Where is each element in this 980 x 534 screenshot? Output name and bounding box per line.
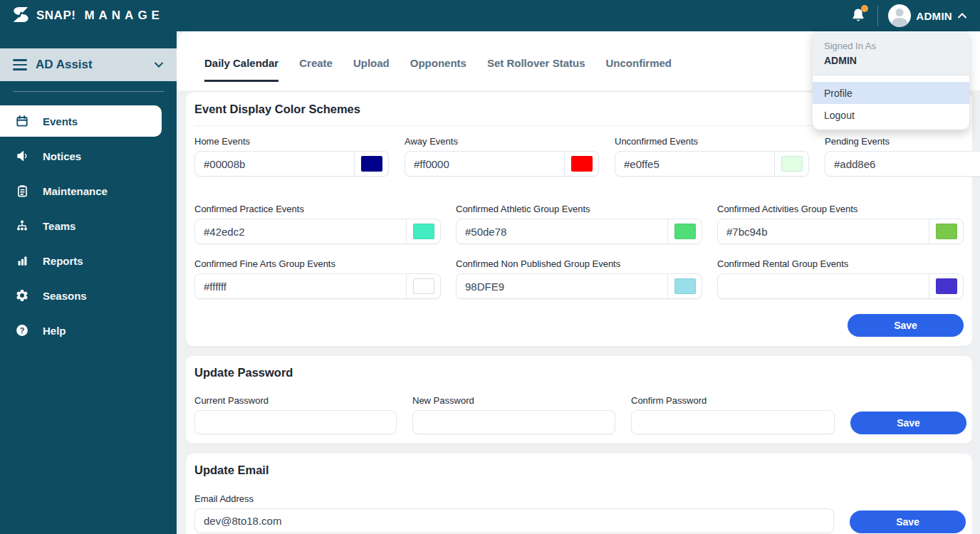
- color-swatch-zone[interactable]: [667, 219, 702, 244]
- confirm-password-field: Confirm Password: [631, 395, 835, 434]
- field-label: Home Events: [194, 136, 389, 147]
- password-save-button[interactable]: Save: [850, 412, 966, 434]
- confirmed-practice-color-input[interactable]: [195, 219, 406, 244]
- color-swatch: [936, 224, 957, 239]
- tab-set-rollover-status[interactable]: Set Rollover Status: [487, 57, 585, 80]
- sidebar-item-label: Help: [43, 325, 66, 337]
- color-swatch-zone[interactable]: [564, 152, 598, 176]
- sidebar-item-label: Events: [43, 115, 78, 127]
- sidebar-item-notices[interactable]: Notices: [0, 140, 177, 172]
- color-swatch-zone[interactable]: [406, 274, 440, 298]
- away-events-color-input[interactable]: [405, 152, 564, 176]
- field-label: Confirm Password: [631, 395, 835, 406]
- color-swatch: [571, 156, 593, 172]
- color-swatch-zone[interactable]: [929, 219, 963, 244]
- color-swatch: [781, 156, 803, 172]
- color-swatch: [936, 278, 957, 294]
- color-swatch: [674, 278, 696, 294]
- color-swatch: [361, 156, 382, 172]
- tab-opponents[interactable]: Opponents: [410, 57, 466, 80]
- color-swatch: [413, 224, 434, 239]
- new-password-field: New Password: [412, 395, 615, 434]
- field-label: Current Password: [194, 395, 397, 406]
- email-save-button[interactable]: Save: [850, 511, 966, 533]
- org-chart-icon: [14, 218, 30, 234]
- tab-daily-calendar[interactable]: Daily Calendar: [204, 57, 278, 82]
- sidebar-divider: [13, 91, 164, 92]
- field-label: Confirmed Fine Arts Group Events: [194, 258, 441, 269]
- sidebar: AD Assist Events Notices: [0, 31, 177, 534]
- field-label: Confirmed Practice Events: [194, 204, 441, 214]
- field-label: Confirmed Activities Group Events: [717, 204, 964, 214]
- sidebar-item-reports[interactable]: Reports: [0, 245, 177, 276]
- pending-events-color-input[interactable]: [825, 152, 980, 176]
- new-password-input[interactable]: [412, 410, 615, 434]
- avatar: [888, 4, 911, 27]
- sidebar-item-teams[interactable]: Teams: [0, 210, 177, 241]
- sidebar-item-label: Seasons: [43, 290, 87, 302]
- clipboard-icon: [14, 183, 30, 199]
- menu-item-profile[interactable]: Profile: [813, 82, 969, 104]
- update-password-card: Update Password Current Password New Pas…: [186, 356, 972, 444]
- field-label: Pending Events: [825, 136, 980, 147]
- user-dropdown-header: Signed In As ADMIN: [813, 31, 969, 75]
- color-swatch-zone[interactable]: [774, 152, 808, 176]
- brand: SNAP! MANAGE: [11, 5, 164, 27]
- tab-create[interactable]: Create: [299, 57, 333, 80]
- color-field-confirmed-practice: Confirmed Practice Events: [194, 204, 441, 244]
- sidebar-item-label: Maintenance: [43, 185, 108, 197]
- field-label: Away Events: [405, 136, 599, 147]
- field-label: Confirmed Athletic Group Events: [456, 204, 702, 214]
- color-swatch-zone[interactable]: [929, 274, 963, 298]
- confirmed-rental-color-input[interactable]: [718, 274, 929, 298]
- tab-unconfirmed[interactable]: Unconfirmed: [605, 57, 672, 80]
- megaphone-icon: [14, 148, 30, 164]
- color-field-confirmed-athletic: Confirmed Athletic Group Events: [456, 204, 702, 244]
- home-events-color-input[interactable]: [195, 152, 354, 176]
- tab-upload[interactable]: Upload: [353, 57, 390, 80]
- color-swatch-zone[interactable]: [667, 274, 702, 298]
- color-field-confirmed-non-published: Confirmed Non Published Group Events: [456, 258, 702, 299]
- sidebar-item-label: Reports: [43, 255, 83, 267]
- sidebar-item-seasons[interactable]: Seasons: [0, 280, 177, 311]
- unconfirmed-events-color-input[interactable]: [615, 152, 774, 176]
- help-circle-icon: ?: [14, 323, 30, 338]
- confirmed-non-published-color-input[interactable]: [457, 274, 667, 298]
- color-swatch-zone[interactable]: [406, 219, 440, 244]
- hamburger-menu-icon[interactable]: [13, 59, 27, 70]
- org-name: AD Assist: [36, 58, 145, 72]
- header-divider: [877, 5, 878, 26]
- color-schemes-save-button[interactable]: Save: [848, 314, 964, 337]
- sidebar-nav: Events Notices Maintenance: [0, 105, 177, 350]
- bar-chart-icon: [14, 253, 30, 268]
- update-email-card: Update Email Email Address Save Upon cha…: [186, 454, 972, 534]
- email-address-input[interactable]: [194, 508, 834, 533]
- sidebar-item-maintenance[interactable]: Maintenance: [0, 175, 177, 206]
- snap-logo-icon: [11, 5, 31, 27]
- notifications-bell-icon[interactable]: [849, 6, 867, 25]
- menu-item-logout[interactable]: Logout: [813, 104, 969, 126]
- sidebar-org-selector[interactable]: AD Assist: [0, 48, 177, 81]
- field-label: New Password: [412, 395, 615, 406]
- confirmed-athletic-color-input[interactable]: [457, 219, 667, 244]
- color-swatch-zone[interactable]: [354, 152, 388, 176]
- sidebar-item-help[interactable]: ? Help: [0, 315, 177, 346]
- sidebar-item-label: Notices: [43, 150, 81, 162]
- color-field-away-events: Away Events: [405, 136, 599, 177]
- confirm-password-input[interactable]: [631, 410, 835, 434]
- chevron-down-icon: [154, 58, 164, 71]
- app-header: SNAP! MANAGE ADMIN: [0, 0, 980, 31]
- current-password-input[interactable]: [194, 410, 397, 434]
- confirmed-activities-color-input[interactable]: [718, 219, 929, 244]
- color-field-confirmed-activities: Confirmed Activities Group Events: [717, 204, 964, 244]
- confirmed-fine-arts-color-input[interactable]: [195, 274, 406, 298]
- chevron-up-icon: [957, 9, 967, 22]
- sidebar-item-events[interactable]: Events: [0, 105, 162, 137]
- email-address-field: Email Address: [194, 493, 834, 533]
- update-password-title: Update Password: [194, 366, 964, 379]
- color-swatch: [413, 278, 434, 294]
- field-label: Email Address: [194, 493, 834, 504]
- user-menu-trigger[interactable]: ADMIN: [888, 4, 967, 27]
- update-email-title: Update Email: [194, 464, 964, 477]
- color-field-home-events: Home Events: [194, 136, 389, 177]
